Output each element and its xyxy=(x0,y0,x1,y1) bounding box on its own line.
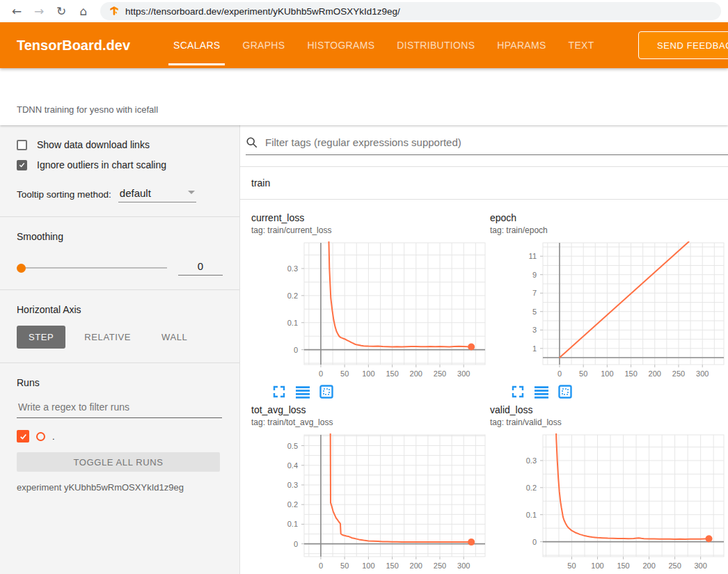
runs-filter-input[interactable] xyxy=(17,401,222,413)
svg-text:200: 200 xyxy=(410,369,422,378)
svg-text:50: 50 xyxy=(567,561,576,570)
show-download-links-checkbox[interactable] xyxy=(17,140,27,150)
svg-text:0: 0 xyxy=(319,561,323,570)
content: Show data download links Ignore outliers… xyxy=(0,125,728,574)
smoothing-label: Smoothing xyxy=(17,231,223,242)
tooltip-sorting-select[interactable]: default xyxy=(118,187,196,202)
data-table-icon[interactable] xyxy=(535,385,548,399)
search-icon xyxy=(246,136,258,149)
address-bar[interactable]: https://tensorboard.dev/experiment/yKUbh… xyxy=(100,2,721,20)
axis-wall-button[interactable]: WALL xyxy=(150,326,199,349)
chart-tag: tag: train/current_loss xyxy=(251,225,490,236)
run-checkbox[interactable] xyxy=(17,430,29,443)
browser-toolbar: ← → ↻ ⌂ https://tensorboard.dev/experime… xyxy=(0,0,728,22)
smoothing-slider[interactable] xyxy=(17,267,167,269)
fit-domain-icon[interactable] xyxy=(319,385,333,399)
chart-card-tot-avg-loss: tot_avg_loss tag: train/tot_avg_loss 050… xyxy=(251,404,490,574)
run-name: . xyxy=(52,431,55,442)
check-icon xyxy=(18,161,26,169)
brand-title: TensorBoard.dev xyxy=(17,38,130,54)
runs-section: Runs . TOGGLE ALL RUNS experiment yKUbhb… xyxy=(0,363,239,507)
svg-text:250: 250 xyxy=(672,369,685,378)
svg-text:0.3: 0.3 xyxy=(287,481,298,489)
svg-text:300: 300 xyxy=(696,369,709,378)
app-header: TensorBoard.dev SCALARS GRAPHS HISTOGRAM… xyxy=(0,22,728,68)
reload-icon[interactable]: ↻ xyxy=(52,2,71,20)
home-icon[interactable]: ⌂ xyxy=(74,2,93,20)
ignore-outliers-label: Ignore outliers in chart scaling xyxy=(37,159,166,170)
tooltip-sorting-value: default xyxy=(120,187,151,199)
chart-title: epoch xyxy=(490,212,728,224)
svg-text:100: 100 xyxy=(362,561,374,570)
tab-histograms[interactable]: HISTOGRAMS xyxy=(296,22,386,68)
svg-text:250: 250 xyxy=(668,561,681,570)
smoothing-value[interactable]: 0 xyxy=(178,260,223,276)
svg-text:150: 150 xyxy=(386,561,398,570)
toggle-all-runs-button[interactable]: TOGGLE ALL RUNS xyxy=(17,452,220,472)
forward-icon[interactable]: → xyxy=(29,2,49,20)
svg-text:0.2: 0.2 xyxy=(526,484,537,492)
svg-text:0: 0 xyxy=(294,540,298,548)
svg-text:0: 0 xyxy=(319,369,323,378)
axis-step-button[interactable]: STEP xyxy=(17,326,65,349)
general-settings-section: Show data download links Ignore outliers… xyxy=(0,125,239,217)
svg-text:0.2: 0.2 xyxy=(287,500,298,509)
chart-card-epoch: epoch tag: train/epoch 05010015020025030… xyxy=(490,212,728,399)
svg-text:200: 200 xyxy=(410,561,422,570)
svg-text:250: 250 xyxy=(434,561,446,570)
tab-hparams[interactable]: HPARAMS xyxy=(486,22,557,68)
expand-chart-icon[interactable] xyxy=(272,385,286,399)
tab-text[interactable]: TEXT xyxy=(557,22,606,68)
tensorboard-favicon xyxy=(109,6,120,17)
line-chart-tot-avg-loss[interactable]: 05010015020025030000.10.20.30.40.5 xyxy=(251,432,488,574)
show-download-links-row: Show data download links xyxy=(17,139,223,150)
svg-text:0.2: 0.2 xyxy=(287,292,298,300)
line-chart-epoch[interactable]: 0501001502002503001357911 xyxy=(490,240,727,382)
svg-text:0.1: 0.1 xyxy=(287,319,298,327)
chart-card-valid-loss: valid_loss tag: train/valid_loss 5010015… xyxy=(490,404,728,574)
check-icon xyxy=(19,432,28,441)
tag-group-card: train current_loss tag: train/current_lo… xyxy=(240,166,728,574)
tab-distributions[interactable]: DISTRIBUTIONS xyxy=(386,22,486,68)
runs-filter-field xyxy=(17,401,222,418)
back-icon[interactable]: ← xyxy=(7,2,26,20)
data-table-icon[interactable] xyxy=(296,385,310,399)
smoothing-slider-thumb[interactable] xyxy=(17,264,26,273)
axis-relative-button[interactable]: RELATIVE xyxy=(72,326,143,349)
svg-text:0.1: 0.1 xyxy=(287,520,298,528)
ignore-outliers-row: Ignore outliers in chart scaling xyxy=(17,159,223,170)
chevron-down-icon xyxy=(188,191,195,194)
horizontal-axis-section: Horizontal Axis STEP RELATIVE WALL xyxy=(0,290,239,363)
chart-actions xyxy=(511,385,728,399)
tab-graphs[interactable]: GRAPHS xyxy=(231,22,296,68)
svg-text:150: 150 xyxy=(624,369,637,378)
runs-label: Runs xyxy=(17,377,223,388)
svg-text:50: 50 xyxy=(579,369,587,378)
svg-text:250: 250 xyxy=(434,369,446,378)
tooltip-sorting-label: Tooltip sorting method: xyxy=(17,189,111,202)
tag-group-header[interactable]: train xyxy=(240,167,728,200)
svg-text:200: 200 xyxy=(649,369,661,378)
chart-title: tot_avg_loss xyxy=(251,404,490,416)
expand-chart-icon[interactable] xyxy=(511,385,525,399)
send-feedback-button[interactable]: SEND FEEDBACK xyxy=(638,31,728,59)
ignore-outliers-checkbox[interactable] xyxy=(17,160,27,170)
charts-grid: current_loss tag: train/current_loss 050… xyxy=(240,200,728,574)
tab-bar: SCALARS GRAPHS HISTOGRAMS DISTRIBUTIONS … xyxy=(162,22,606,68)
svg-text:5: 5 xyxy=(532,308,537,316)
tag-filter-input[interactable] xyxy=(264,136,728,149)
fit-domain-icon[interactable] xyxy=(558,385,572,399)
horizontal-axis-label: Horizontal Axis xyxy=(17,304,223,315)
chart-tag: tag: train/epoch xyxy=(490,225,728,236)
svg-text:0.1: 0.1 xyxy=(526,511,537,519)
svg-text:100: 100 xyxy=(362,369,374,378)
horizontal-axis-buttons: STEP RELATIVE WALL xyxy=(17,326,223,349)
line-chart-valid-loss[interactable]: 5010015020025030000.10.20.3 xyxy=(490,432,727,574)
tab-scalars[interactable]: SCALARS xyxy=(162,22,231,68)
line-chart-current-loss[interactable]: 05010015020025030000.10.20.3 xyxy=(251,240,488,382)
run-row: . xyxy=(17,430,223,443)
chart-actions xyxy=(272,385,490,399)
experiment-id-label: experiment yKUbhb5wRmOSXYkId1z9eg xyxy=(17,482,223,493)
chart-title: valid_loss xyxy=(490,404,728,416)
experiment-bar: TDNN training for yesno with icefall xyxy=(0,68,728,125)
